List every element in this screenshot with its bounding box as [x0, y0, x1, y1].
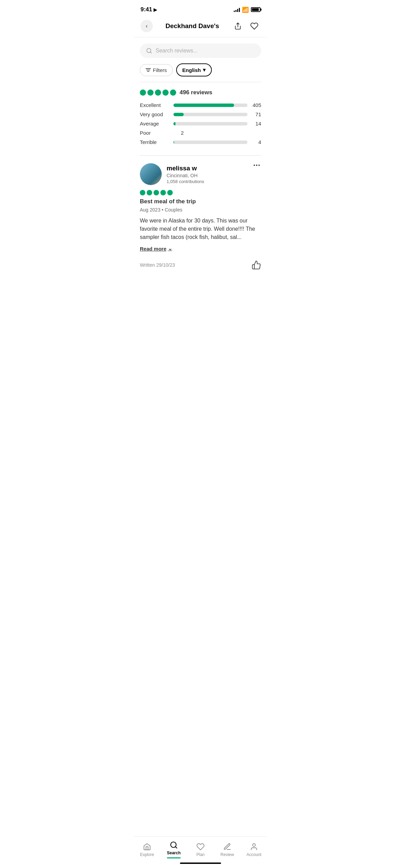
- filters-label: Filters: [153, 67, 167, 73]
- wifi-icon: 📶: [242, 7, 249, 13]
- status-bar: 9:41 ▶ 📶: [134, 0, 267, 16]
- bottom-spacer: [134, 275, 267, 306]
- search-section: Search reviews...: [134, 37, 267, 62]
- more-options-button[interactable]: [252, 163, 261, 167]
- rating-row-average: Average14: [140, 121, 261, 126]
- written-date: Written 29/10/23: [140, 262, 175, 268]
- location-arrow-icon: ▶: [154, 7, 157, 12]
- bar-fill-1: [173, 113, 184, 116]
- signal-icon: [234, 7, 240, 12]
- thumbs-up-icon: [252, 260, 261, 270]
- review-text: We were in Alaska for 30 days. This was …: [140, 217, 261, 241]
- status-icons: 📶: [234, 7, 260, 13]
- reviewer-name: melissa w: [167, 165, 204, 172]
- review-dot-5: [167, 190, 173, 195]
- review-dot-3: [154, 190, 159, 195]
- dot-5: [170, 89, 176, 96]
- reviewer-contributions: 1,058 contributions: [167, 179, 204, 184]
- review-count: 496 reviews: [180, 89, 212, 96]
- rating-label-2: Average: [140, 121, 170, 126]
- rating-label-0: Excellent: [140, 102, 170, 108]
- rating-row-excellent: Excellent405: [140, 102, 261, 108]
- search-icon: [146, 48, 152, 54]
- header-actions: [232, 20, 260, 32]
- rating-row-very-good: Very good71: [140, 111, 261, 117]
- rating-num-0: 405: [251, 102, 261, 108]
- chevron-left-icon: ‹: [146, 23, 147, 29]
- review-rating-dots: [140, 190, 261, 195]
- review-card: melissa w Cincinnati, OH 1,058 contribut…: [134, 156, 267, 275]
- rating-row-poor: Poor2: [140, 130, 261, 136]
- page-title: Deckhand Dave's: [153, 22, 232, 30]
- search-placeholder: Search reviews...: [156, 48, 198, 54]
- reviewer-location: Cincinnati, OH: [167, 173, 204, 178]
- dot-2: [147, 89, 154, 96]
- status-time: 9:41: [141, 6, 152, 13]
- dot-1: [140, 89, 146, 96]
- rating-dots: [140, 89, 176, 96]
- heart-icon: [250, 22, 258, 30]
- rating-num-1: 71: [251, 111, 261, 117]
- bar-container-0: [173, 104, 247, 107]
- svg-line-2: [150, 52, 151, 53]
- chevron-down-small-icon: ⌄: [168, 245, 172, 252]
- rating-bars: Excellent405Very good71Average14Poor2Ter…: [140, 102, 261, 145]
- read-more-button[interactable]: Read more ⌄: [140, 245, 172, 252]
- rating-label-4: Terrible: [140, 139, 170, 145]
- dot-4: [162, 89, 169, 96]
- filter-icon: [146, 68, 151, 72]
- back-button[interactable]: ‹: [141, 20, 153, 32]
- rating-label-1: Very good: [140, 111, 170, 117]
- more-dot-1: [254, 165, 255, 166]
- avatar: [140, 163, 162, 185]
- review-footer: Written 29/10/23: [140, 259, 261, 270]
- more-dot-3: [258, 165, 260, 166]
- language-button[interactable]: English ▾: [176, 63, 212, 76]
- bar-fill-2: [173, 122, 175, 125]
- rating-num-3: 2: [173, 130, 184, 136]
- review-dot-1: [140, 190, 145, 195]
- bar-container-4: [173, 141, 247, 144]
- reviewer-info: melissa w Cincinnati, OH 1,058 contribut…: [140, 163, 204, 185]
- share-icon: [234, 22, 242, 30]
- language-label: English: [182, 67, 201, 73]
- thumbs-up-button[interactable]: [252, 260, 261, 270]
- chevron-down-icon: ▾: [203, 67, 206, 73]
- rating-num-4: 4: [251, 139, 261, 145]
- bar-container-1: [173, 113, 247, 116]
- search-bar[interactable]: Search reviews...: [140, 44, 261, 58]
- filters-button[interactable]: Filters: [140, 64, 173, 76]
- review-dot-2: [147, 190, 152, 195]
- share-button[interactable]: [232, 20, 244, 32]
- review-meta: Aug 2023 • Couples: [140, 207, 261, 213]
- bar-container-2: [173, 122, 247, 125]
- battery-icon: [251, 7, 260, 12]
- rating-row-terrible: Terrible4: [140, 139, 261, 145]
- rating-label-3: Poor: [140, 130, 170, 136]
- more-dot-2: [256, 165, 257, 166]
- rating-num-2: 14: [251, 121, 261, 126]
- review-title: Best meal of the trip: [140, 198, 261, 205]
- dot-3: [155, 89, 161, 96]
- reviewer-header: melissa w Cincinnati, OH 1,058 contribut…: [140, 163, 261, 185]
- review-dot-4: [160, 190, 166, 195]
- avatar-image: [140, 163, 162, 185]
- bar-fill-0: [173, 104, 234, 107]
- filter-row: Filters English ▾: [134, 62, 267, 82]
- rating-summary: 496 reviews Excellent405Very good71Avera…: [134, 82, 267, 155]
- overall-rating: 496 reviews: [140, 89, 261, 96]
- favorite-button[interactable]: [248, 20, 260, 32]
- bar-fill-4: [173, 141, 174, 144]
- nav-header: ‹ Deckhand Dave's: [134, 16, 267, 37]
- reviewer-details: melissa w Cincinnati, OH 1,058 contribut…: [167, 165, 204, 184]
